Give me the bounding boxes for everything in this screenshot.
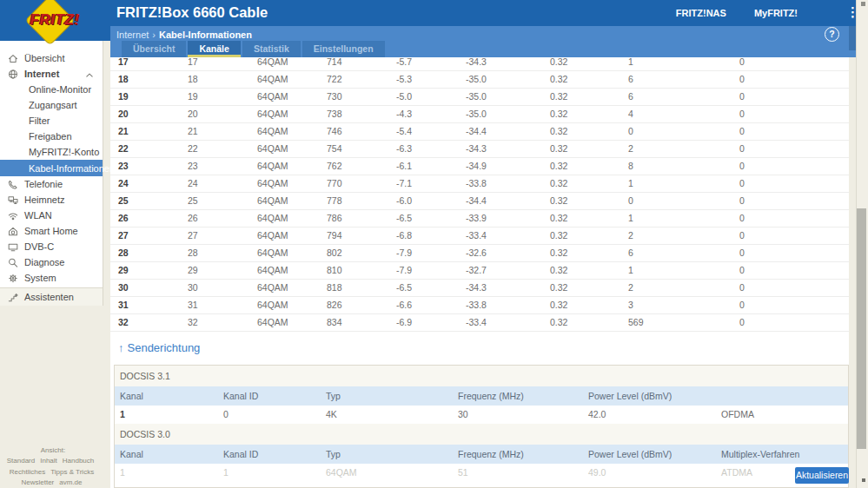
scrollbar-thumb[interactable] bbox=[857, 208, 866, 449]
tab-statistik[interactable]: Statistik bbox=[242, 41, 301, 57]
table-cell: 0.32 bbox=[550, 228, 628, 244]
table-cell: 0 bbox=[739, 71, 849, 88]
sidebar-item-label: Übersicht bbox=[24, 53, 64, 63]
footer-link-rechtliches[interactable]: Rechtliches bbox=[10, 468, 45, 476]
table-cell: 21 bbox=[118, 123, 188, 140]
header-link-fritz-nas[interactable]: FRITZ!NAS bbox=[676, 8, 726, 18]
sidebar-item-wlan[interactable]: WLAN bbox=[0, 208, 103, 223]
sidebar-item-freigaben[interactable]: Freigaben bbox=[0, 129, 103, 144]
table-cell: 810 bbox=[327, 262, 396, 279]
footer-line: Ansicht: StandardInhaltHandbuch bbox=[0, 445, 103, 467]
table-cell: 770 bbox=[327, 175, 396, 192]
footer-link-handbuch[interactable]: Handbuch bbox=[63, 457, 94, 465]
sidebar-item-internet[interactable]: Internet bbox=[0, 66, 103, 82]
wizard-icon bbox=[7, 292, 20, 303]
table-cell: 3 bbox=[628, 297, 739, 313]
sidebar-item-zugangsart[interactable]: Zugangsart bbox=[0, 97, 103, 113]
table-cell: 0.32 bbox=[550, 89, 628, 105]
table-cell: -34.3 bbox=[466, 141, 550, 157]
tab-einstellungen[interactable]: Einstellungen bbox=[302, 41, 385, 57]
table-row: 171764QAM714-5.7-34.30.3210 bbox=[110, 57, 849, 71]
table-cell: -6.1 bbox=[396, 158, 466, 175]
sidebar-item-kabel-informationen[interactable]: Kabel-Informationen bbox=[0, 160, 103, 176]
sidebar-item-telefonie[interactable]: Telefonie bbox=[0, 176, 103, 192]
table-row: 323264QAM834-6.9-33.40.325690 bbox=[110, 314, 849, 332]
sidebar-item-dvb-c[interactable]: DVB-C bbox=[0, 239, 103, 254]
sidebar-item-smart-home[interactable]: Smart Home bbox=[0, 223, 103, 239]
table-row: 252564QAM778-6.0-34.40.3200 bbox=[110, 193, 849, 210]
logo-block[interactable]: FRITZ! bbox=[0, 0, 110, 41]
table-cell: 0.32 bbox=[550, 314, 628, 331]
table-cell: 0 bbox=[739, 57, 849, 70]
sidebar-item-bersicht[interactable]: Übersicht bbox=[0, 50, 103, 66]
table-cell: 4K bbox=[326, 406, 458, 424]
table-cell: -6.0 bbox=[396, 193, 466, 209]
table-row: 212164QAM746-5.4-34.40.3200 bbox=[110, 123, 849, 141]
tab-bar: ÜbersichtKanäleStatistikEinstellungen bbox=[122, 41, 385, 57]
table-row: 222264QAM754-6.3-34.30.3220 bbox=[110, 141, 849, 158]
table-row: 202064QAM738-4.3-35.00.3240 bbox=[110, 106, 849, 123]
table-cell: 25 bbox=[118, 193, 188, 209]
column-header: Typ bbox=[326, 386, 458, 406]
table-cell: 49.0 bbox=[588, 464, 721, 482]
footer-link-tipps-tricks[interactable]: Tipps & Tricks bbox=[50, 468, 94, 476]
column-header: Power Level (dBmV) bbox=[588, 386, 721, 406]
table-cell: -5.4 bbox=[396, 123, 466, 140]
table-cell: -5.3 bbox=[396, 71, 466, 88]
channel-table: 171764QAM714-5.7-34.30.3210181864QAM722-… bbox=[110, 57, 849, 332]
sidebar-item-myfritz-konto[interactable]: MyFRITZ!-Konto bbox=[0, 144, 103, 160]
table-cell: 0 bbox=[739, 193, 849, 209]
table-cell: 1 bbox=[628, 210, 739, 227]
table-cell: 2 bbox=[628, 280, 739, 296]
table-cell: 1 bbox=[120, 464, 223, 482]
column-header: Frequenz (MHz) bbox=[458, 445, 588, 464]
tab-kan-le[interactable]: Kanäle bbox=[188, 41, 240, 57]
table-cell: 0.32 bbox=[550, 158, 628, 175]
sidebar-item-diagnose[interactable]: Diagnose bbox=[0, 254, 103, 270]
refresh-button[interactable]: Aktualisieren bbox=[795, 467, 849, 484]
sidebar-item-label: Smart Home bbox=[24, 226, 78, 236]
sidebar-item-system[interactable]: System bbox=[0, 270, 103, 286]
help-icon[interactable]: ? bbox=[825, 27, 839, 42]
table-cell: -6.6 bbox=[396, 297, 466, 313]
header-link-myfritz[interactable]: MyFRITZ! bbox=[754, 8, 798, 18]
footer-link-avm-de[interactable]: avm.de bbox=[59, 478, 82, 486]
table-row: 232364QAM762-6.1-34.90.3280 bbox=[110, 158, 849, 175]
table-cell: 22 bbox=[118, 141, 188, 157]
table-cell: 18 bbox=[188, 71, 257, 88]
tab-bersicht[interactable]: Übersicht bbox=[122, 41, 186, 57]
sidebar-item-label: WLAN bbox=[24, 210, 52, 221]
table-cell: 0.32 bbox=[550, 245, 628, 261]
docsis-tables: DOCSIS 3.1KanalKanal IDTypFrequenz (MHz)… bbox=[114, 365, 849, 488]
table-cell: 64QAM bbox=[257, 210, 327, 227]
page-title: FRITZ!Box 6660 Cable bbox=[116, 4, 268, 21]
table-cell: 26 bbox=[188, 210, 257, 227]
phone-icon bbox=[7, 179, 20, 190]
table-cell: 0 bbox=[739, 228, 849, 244]
sidebar-item-online-monitor[interactable]: Online-Monitor bbox=[0, 82, 103, 97]
sidebar-item-assistenten[interactable]: Assistenten bbox=[0, 287, 103, 306]
table-cell: 818 bbox=[327, 280, 396, 296]
table-cell: 31 bbox=[118, 297, 188, 313]
sidebar-item-heimnetz[interactable]: Heimnetz bbox=[0, 192, 103, 208]
table-cell: 64QAM bbox=[257, 193, 327, 209]
globe-icon bbox=[7, 69, 20, 80]
table-cell: -7.9 bbox=[396, 262, 466, 279]
table-cell: 19 bbox=[118, 89, 188, 105]
footer-links: Ansicht: StandardInhaltHandbuchRechtlich… bbox=[0, 445, 103, 488]
footer-link-inhalt[interactable]: Inhalt bbox=[40, 457, 57, 465]
footer-link-newsletter[interactable]: Newsletter bbox=[21, 478, 54, 486]
table-cell: 834 bbox=[327, 314, 396, 331]
breadcrumb-section[interactable]: Internet bbox=[116, 30, 149, 40]
sidebar-item-filter[interactable]: Filter bbox=[0, 113, 103, 129]
column-header: Power Level (dBmV) bbox=[588, 445, 721, 464]
table-cell: 746 bbox=[327, 123, 396, 140]
table-cell: 0.32 bbox=[550, 297, 628, 313]
table-cell: 0 bbox=[739, 245, 849, 261]
table-cell: -6.3 bbox=[396, 141, 466, 157]
table-cell: 0.32 bbox=[550, 193, 628, 209]
table-cell: 0.32 bbox=[550, 123, 628, 140]
table-cell: 64QAM bbox=[257, 228, 327, 244]
up-arrow-icon: ↑ bbox=[118, 341, 124, 354]
table-cell: 6 bbox=[628, 71, 739, 88]
